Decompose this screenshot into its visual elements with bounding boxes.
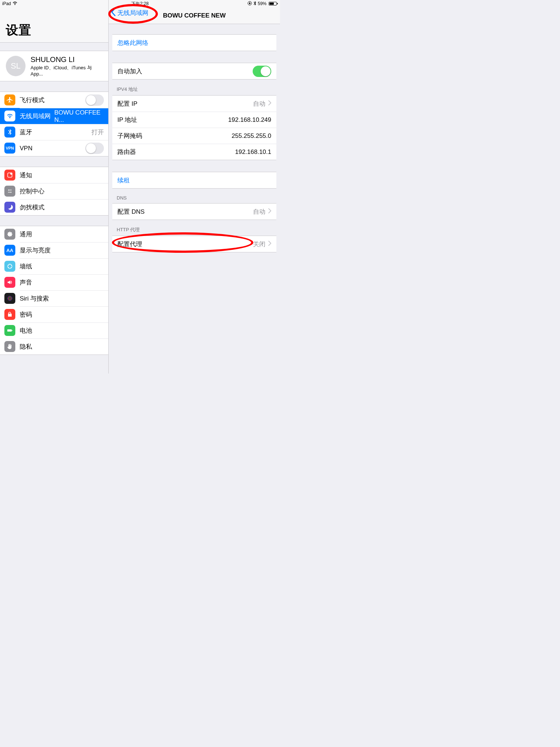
svg-rect-6 — [8, 192, 10, 192]
sidebar-item-notifications[interactable]: 通知 — [0, 167, 108, 183]
svg-point-10 — [11, 267, 11, 268]
configure-proxy-row[interactable]: 配置代理 关闭 — [112, 236, 276, 252]
svg-point-15 — [9, 298, 11, 299]
forget-network-label: 忽略此网络 — [117, 39, 148, 47]
ip-address-value: 192.168.10.249 — [228, 116, 271, 124]
battery-label: 电池 — [20, 326, 32, 335]
auto-join-toggle[interactable] — [253, 66, 271, 77]
settings-sidebar: 设置 SL SHULONG LI Apple ID、iCloud、iTunes … — [0, 0, 109, 374]
sidebar-item-dnd[interactable]: 勿扰模式 — [0, 199, 108, 215]
siri-icon — [4, 293, 15, 304]
forget-network-row[interactable]: 忽略此网络 — [112, 35, 276, 51]
sidebar-item-wifi[interactable]: 无线局域网 BOWU COFFEE N... — [0, 108, 108, 124]
svg-point-12 — [8, 265, 9, 266]
svg-rect-16 — [7, 329, 12, 332]
bluetooth-value: 打开 — [92, 128, 104, 136]
account-row[interactable]: SL SHULONG LI Apple ID、iCloud、iTunes 与 A… — [0, 51, 108, 81]
sound-label: 声音 — [20, 278, 32, 287]
sidebar-item-display[interactable]: AA 显示与亮度 — [0, 242, 108, 258]
detail-pane: 无线局域网 BOWU COFFEE NEW 忽略此网络 自动加入 IPV4 地址… — [109, 0, 280, 374]
sidebar-item-general[interactable]: 通用 — [0, 226, 108, 242]
subnet-row: 子网掩码 255.255.255.0 — [112, 128, 276, 144]
auto-join-label: 自动加入 — [117, 67, 142, 76]
privacy-icon — [4, 341, 15, 352]
sidebar-item-vpn[interactable]: VPN VPN — [0, 140, 108, 156]
chevron-right-icon — [268, 208, 271, 215]
sidebar-item-passcode[interactable]: 密码 — [0, 306, 108, 322]
wifi-value: BOWU COFFEE N... — [54, 109, 104, 124]
battery-percent: 59% — [258, 1, 267, 6]
svg-rect-4 — [9, 190, 12, 190]
chevron-right-icon — [268, 100, 271, 107]
dnd-label: 勿扰模式 — [20, 203, 44, 212]
bluetooth-icon — [4, 127, 15, 138]
display-icon: AA — [4, 245, 15, 256]
vpn-label: VPN — [20, 145, 32, 152]
control-center-icon — [4, 186, 15, 197]
svg-rect-17 — [12, 330, 13, 331]
bluetooth-status-icon — [253, 1, 256, 7]
airplane-label: 飞行模式 — [20, 96, 44, 104]
configure-ip-label: 配置 IP — [117, 100, 137, 108]
general-icon — [4, 229, 15, 240]
back-label: 无线局域网 — [117, 9, 148, 17]
passcode-icon — [4, 309, 15, 320]
detail-title: BOWU COFFEE NEW — [163, 12, 226, 19]
status-bar: iPad 下午2:28 59% — [0, 0, 280, 7]
settings-title: 设置 — [6, 22, 31, 39]
configure-dns-label: 配置 DNS — [117, 208, 145, 216]
sidebar-item-privacy[interactable]: 隐私 — [0, 338, 108, 355]
airplane-toggle[interactable] — [85, 94, 104, 106]
account-name: SHULONG LI — [31, 55, 102, 64]
ip-address-label: IP 地址 — [117, 116, 137, 124]
configure-dns-row[interactable]: 配置 DNS 自动 — [112, 204, 276, 220]
router-label: 路由器 — [117, 148, 136, 156]
wallpaper-icon — [4, 261, 15, 272]
device-label: iPad — [2, 1, 11, 6]
passcode-label: 密码 — [20, 310, 32, 319]
sidebar-item-siri[interactable]: Siri 与搜索 — [0, 290, 108, 306]
renew-lease-row[interactable]: 续租 — [112, 172, 276, 188]
clock-label: 下午2:28 — [131, 1, 148, 7]
back-button[interactable]: 无线局域网 — [111, 8, 148, 18]
chevron-right-icon — [268, 240, 271, 248]
privacy-label: 隐私 — [20, 342, 32, 351]
chevron-left-icon — [111, 8, 117, 18]
notifications-label: 通知 — [20, 171, 32, 179]
svg-point-9 — [11, 265, 12, 266]
router-row: 路由器 192.168.10.1 — [112, 144, 276, 160]
svg-point-11 — [8, 267, 9, 268]
control-center-label: 控制中心 — [20, 187, 44, 196]
battery-menu-icon — [4, 325, 15, 336]
svg-point-14 — [8, 297, 11, 300]
vpn-toggle[interactable] — [85, 143, 104, 154]
renew-lease-label: 续租 — [117, 176, 130, 185]
svg-point-8 — [9, 264, 10, 265]
sidebar-item-control-center[interactable]: 控制中心 — [0, 183, 108, 199]
ip-address-row: IP 地址 192.168.10.249 — [112, 112, 276, 128]
subnet-value: 255.255.255.0 — [232, 132, 271, 140]
router-value: 192.168.10.1 — [235, 148, 271, 156]
wifi-label: 无线局域网 — [20, 112, 51, 120]
airplane-icon — [4, 94, 15, 105]
svg-point-3 — [8, 189, 9, 190]
sidebar-item-wallpaper[interactable]: 墙纸 — [0, 258, 108, 274]
sidebar-item-battery[interactable]: 电池 — [0, 322, 108, 338]
configure-ip-row[interactable]: 配置 IP 自动 — [112, 96, 276, 112]
wifi-icon — [4, 111, 15, 121]
sound-icon — [4, 277, 15, 288]
auto-join-row[interactable]: 自动加入 — [112, 63, 276, 79]
sidebar-item-sound[interactable]: 声音 — [0, 274, 108, 290]
dnd-icon — [4, 202, 15, 213]
configure-dns-value: 自动 — [253, 208, 265, 216]
sidebar-item-bluetooth[interactable]: 蓝牙 打开 — [0, 124, 108, 140]
svg-point-2 — [10, 173, 12, 175]
display-label: 显示与亮度 — [20, 246, 51, 255]
avatar: SL — [6, 56, 26, 76]
svg-point-5 — [10, 191, 11, 193]
sidebar-item-airplane[interactable]: 飞行模式 — [0, 92, 108, 108]
dns-section-header: DNS — [109, 195, 280, 203]
configure-proxy-value: 关闭 — [253, 240, 265, 248]
bluetooth-label: 蓝牙 — [20, 128, 32, 136]
proxy-section-header: HTTP 代理 — [109, 227, 280, 236]
